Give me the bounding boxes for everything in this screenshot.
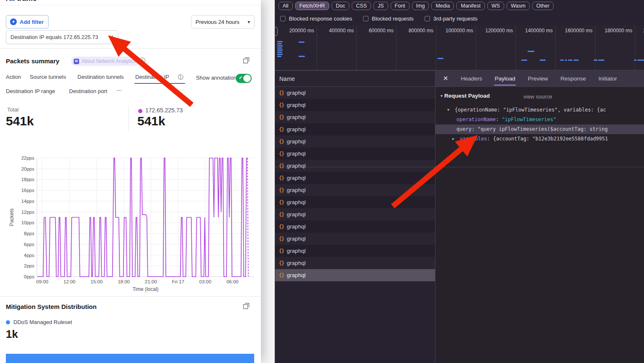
request-row-graphql[interactable]: {}graphql [275,148,435,160]
svg-text:Time (local): Time (local) [132,286,158,292]
detail-tab-initiator[interactable]: Initiator [598,70,617,87]
detail-tab-preview[interactable]: Preview [528,70,548,87]
checkbox-box[interactable] [280,16,286,21]
code-segment-string: "ipFlowTimeseries" [502,117,556,122]
time-range-dropdown[interactable]: Previous 24 hours ▾ [191,15,255,29]
request-name: graphql [287,187,306,193]
request-name: graphql [287,150,306,157]
request-row-graphql[interactable]: {}graphql [275,160,435,172]
payload-line[interactable]: ▼{operationName: "ipFlowTimeseries", var… [435,105,644,115]
request-name: graphql [287,272,306,278]
request-row-graphql[interactable]: {}graphql [275,123,435,135]
detail-tab-headers[interactable]: Headers [461,70,482,87]
checkbox-blocked-response-cookies[interactable]: Blocked response cookies [280,16,352,22]
json-braces-icon: {} [279,163,284,169]
about-network-analytics-badge[interactable]: About Network Analytics [71,57,140,66]
show-annotations-toggle[interactable]: ✓ [236,74,252,83]
tabs-overflow-icon[interactable]: ⋯ [116,87,122,93]
filter-pill-other[interactable]: Other [532,2,554,10]
filter-pill-wasm[interactable]: Wasm [507,2,530,10]
json-braces-icon: {} [279,224,284,230]
code-segment-plain: {operationName: "ipFlowTimeseries", vari… [455,107,606,113]
svg-text:20pps: 20pps [21,166,35,171]
request-row-graphql[interactable]: {}graphql [275,87,435,99]
stat-total-label: Total [7,106,18,113]
close-icon[interactable]: ✕ [443,75,448,82]
request-row-graphql[interactable]: {}graphql [275,99,435,111]
timeline-request-marker [540,60,546,61]
request-row-graphql[interactable]: {}graphql [275,196,435,208]
close-icon[interactable]: ✕ [109,34,114,41]
triangle-expanded-icon[interactable]: ▼ [447,105,449,115]
payload-line-highlighted[interactable]: query: "query ipFlowTimeseries($accountT… [435,124,644,134]
filter-chip-destination-ip[interactable]: Destination IP equals 172.65.225.73 ✕ [6,30,118,44]
filter-pill-js[interactable]: JS [374,2,388,10]
timeline-request-marker [438,58,443,59]
tab-destination-tunnels[interactable]: Destination tunnels [77,74,124,80]
expand-icon[interactable] [243,57,250,64]
expand-icon[interactable] [243,303,250,309]
tab-destination-port[interactable]: Destination port [69,88,107,94]
request-row-graphql[interactable]: {}graphql [275,184,435,196]
svg-text:03:00: 03:00 [199,279,211,284]
request-row-graphql[interactable]: {}graphql [275,135,435,148]
checkbox-blocked-requests[interactable]: Blocked requests [363,16,414,22]
request-row-graphql[interactable]: {}graphql [275,172,435,184]
timeline-request-marker [299,56,305,57]
filter-pill-all[interactable]: All [278,2,293,10]
timeline-request-marker [634,60,636,61]
request-payload-section-header[interactable]: ▾ Request Payload [440,93,490,99]
request-row-graphql[interactable]: {}graphql [275,111,435,123]
request-row-graphql[interactable]: {}graphql [275,257,435,269]
payload-line[interactable]: operationName: "ipFlowTimeseries" [435,115,644,124]
checkbox-box[interactable] [363,16,368,21]
tab-action[interactable]: Action [6,74,21,80]
checkbox-3rd-party-requests[interactable]: 3rd-party requests [425,16,478,22]
request-row-graphql[interactable]: {}graphql [275,269,435,281]
code-segment-plain: {accountTag: [493,136,532,142]
filter-pill-img[interactable]: Img [412,2,429,10]
request-row-graphql[interactable]: {}graphql [275,208,435,220]
filter-pill-css[interactable]: CSS [352,2,371,10]
filter-pill-media[interactable]: Media [431,2,454,10]
devtools-panel: AllFetch/XHRDocCSSJSFontImgMediaManifest… [275,0,644,363]
filter-pill-doc[interactable]: Doc [332,2,349,10]
mitigation-legend-dot [6,320,10,324]
request-type-filter-bar: AllFetch/XHRDocCSSJSFontImgMediaManifest… [278,1,554,11]
request-name: graphql [287,248,306,254]
request-row-graphql[interactable]: {}graphql [275,245,435,257]
tab-destination-ip[interactable]: Destination IP [135,74,169,80]
timeline-request-marker [277,52,282,53]
add-filter-button[interactable]: + Add filter [6,15,49,29]
request-name: graphql [287,102,306,108]
svg-text:12:00: 12:00 [63,279,75,284]
request-name: graphql [287,223,306,230]
checkbox-box[interactable] [425,16,430,21]
timeline-request-marker [637,60,644,61]
detail-tab-payload[interactable]: Payload [495,70,515,87]
clock-icon [139,57,146,64]
toggle-knob [243,75,251,82]
triangle-collapsed-icon[interactable]: ▶ [452,134,454,144]
filter-pill-ws[interactable]: WS [487,2,504,10]
request-name: graphql [287,163,306,169]
timeline-gridline [635,25,635,70]
detail-tab-response[interactable]: Response [560,70,586,87]
timeline-request-marker [277,54,283,55]
filter-pill-font[interactable]: Font [391,2,410,10]
tab-destination-ip-range[interactable]: Destination IP range [6,88,55,94]
timeline-tick-label: 1400000 ms [513,28,553,34]
svg-text:Packets: Packets [9,208,15,226]
network-timeline-overview[interactable]: 200000 ms400000 ms600000 ms800000 ms1000… [275,25,644,70]
request-row-graphql[interactable]: {}graphql [275,220,435,233]
view-source-link[interactable]: view source [523,93,552,100]
request-row-graphql[interactable]: {}graphql [275,233,435,245]
tab-source-tunnels[interactable]: Source tunnels [30,74,66,80]
timeline-tick-label: 1800000 ms [593,28,632,34]
request-table-header[interactable]: Name [275,70,435,87]
filter-pill-fetch-xhr[interactable]: Fetch/XHR [295,2,329,10]
timeline-request-marker [560,60,564,61]
info-icon[interactable]: ⓘ [178,74,183,81]
payload-line[interactable]: ▶variables: {accountTag: "b12e3b2192ee55… [435,134,644,144]
filter-pill-manifest[interactable]: Manifest [456,2,484,10]
